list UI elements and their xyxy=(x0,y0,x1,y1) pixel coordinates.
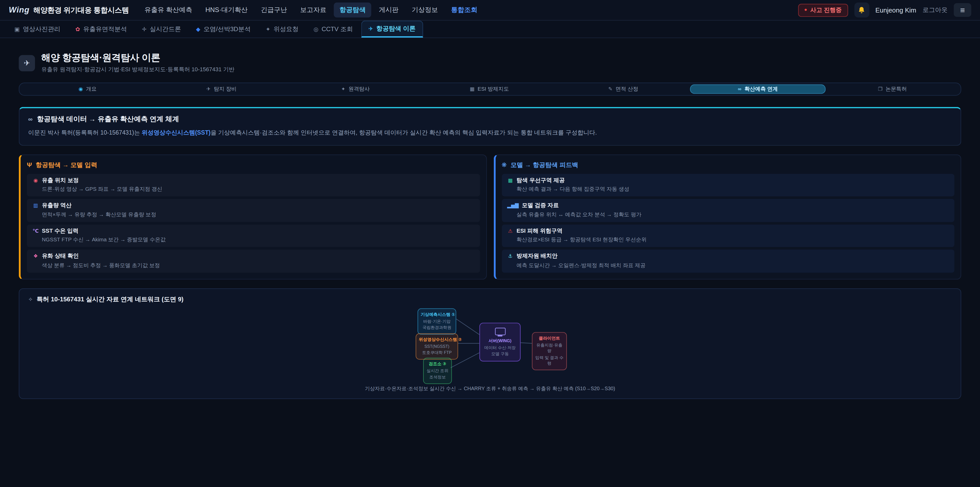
network-title-text: 특허 10-1567431 실시간 자료 연계 네트워크 (도면 9) xyxy=(37,295,183,303)
barrel-icon: ▥ xyxy=(32,203,38,208)
item-title: 모델 검증 자료 xyxy=(522,201,559,210)
list-item-resource-deployment: ⚓방제자원 배치안 예측 도달시간 → 오일펜스·방제정 최적 배치 좌표 제공 xyxy=(501,250,954,273)
wing-logo: Wing xyxy=(9,5,29,14)
subnav-tab-cctv[interactable]: ◎ CCTV 조회 xyxy=(307,21,360,38)
card-model-feedback-title: ❋ 모델 → 항공탐색 피드백 xyxy=(501,161,954,169)
nav-hns-air-diffusion[interactable]: HNS·대기확산 xyxy=(200,3,253,18)
page-title: 해양 항공탐색·원격탐사 이론 xyxy=(41,52,234,64)
subnav-label: CCTV 조회 xyxy=(321,25,353,34)
tab-label: 탐지 장비 xyxy=(214,85,237,93)
incident-badge-label: 사고 진행중 xyxy=(810,6,842,14)
intro-panel: ∞ 항공탐색 데이터 → 유출유 확산예측 연계 체계 이문진 박사 특허(등록… xyxy=(19,107,961,145)
section-tabbar: ◉ 개요 ✈ 탐지 장비 ✦ 원격탐사 ▦ ESI 방제지도 ✎ 면적 산정 ∞… xyxy=(19,83,961,96)
node-title: 검조소 ③ xyxy=(426,361,449,367)
list-item-emulsion-state: ❖유화 상태 확인 색상 분류 → 점도비 추정 → 풍화모델 초기값 보정 xyxy=(27,250,479,273)
subnav-label: 항공탐색 이론 xyxy=(376,24,415,33)
subnav-tab-3d-analysis[interactable]: ◆ 오염/선박3D분석 xyxy=(189,21,258,38)
subnav-tab-satellite-request[interactable]: ✦ 위성요청 xyxy=(259,21,305,38)
list-item-spill-location: ◉유출 위치 보정 드론·위성 영상 → GPS 좌표 → 모델 유출지점 갱신 xyxy=(27,174,479,196)
page-header-plane-icon: ✈ xyxy=(19,55,35,71)
flask-icon: ❖ xyxy=(32,253,38,259)
node-line: 토호쿠대학 FTP xyxy=(419,350,455,356)
tab-area-calculation[interactable]: ✎ 면적 산정 xyxy=(556,85,690,94)
app-brand[interactable]: Wing 해양환경 위기대응 통합시스템 xyxy=(9,5,129,15)
item-desc: 색상 분류 → 점도비 추정 → 풍화모델 초기값 보정 xyxy=(32,262,474,269)
item-title: 유출량 역산 xyxy=(42,201,72,210)
tab-label: 논문특허 xyxy=(886,85,907,93)
tab-remote-sensing[interactable]: ✦ 원격탐사 xyxy=(288,85,422,94)
node-title: 위성영상수신시스템 ② xyxy=(419,336,455,342)
incident-status-badge[interactable]: ● 사고 진행중 xyxy=(798,3,848,16)
node-line: 조석정보 xyxy=(426,374,449,380)
item-desc: NGSST FTP 수신 → Akima 보간 → 증발모델 수온값 xyxy=(32,236,474,244)
bar-chart-icon: ▂▅▇ xyxy=(507,203,519,208)
node-tide-station: 검조소 ③ 실시간 조위 조석정보 xyxy=(423,358,452,384)
tab-overview[interactable]: ◉ 개요 xyxy=(21,85,155,94)
logout-button[interactable]: 로그아웃 xyxy=(923,6,948,14)
intro-text-before: 이문진 박사 특허(등록특허 10-1567431)는 xyxy=(28,129,142,136)
compass-icon: ◉ xyxy=(79,86,83,92)
node-line: SST(NGSST) xyxy=(419,343,455,349)
node-title: 기상예측시스템 ① xyxy=(421,311,453,318)
nav-reports[interactable]: 보고자료 xyxy=(294,3,332,18)
intro-title: ∞ 항공탐색 데이터 → 유출유 확산예측 연계 체계 xyxy=(28,114,952,124)
page-header-text: 해양 항공탐색·원격탐사 이론 유출유 원격탐지·항공감시 기법·ESI 방제정… xyxy=(41,52,234,74)
subnav-label: 위성요청 xyxy=(274,25,299,34)
card-model-input: Ψ 항공탐색 → 모델 입력 ◉유출 위치 보정 드론·위성 영상 → GPS … xyxy=(19,154,487,279)
hamburger-menu-button[interactable]: ≡ xyxy=(954,3,971,17)
item-desc: 확산 예측 결과 → 다음 항해 집중구역 자동 생성 xyxy=(507,186,948,193)
node-line: 실시간 조위 xyxy=(426,367,449,374)
node-server-wing: 서버(WING) 데이터 수신·저장 모델 구동 xyxy=(479,323,520,361)
subnav-tab-image-management[interactable]: ▣ 영상사진관리 xyxy=(7,21,67,38)
item-desc: 확산경로×ESI 등급 → 항공탐색 ESI 현장확인 우선순위 xyxy=(507,236,948,244)
tab-label: ESI 방제지도 xyxy=(478,85,509,93)
node-line: 모델 구동 xyxy=(483,351,517,357)
page-header: ✈ 해양 항공탐색·원격탐사 이론 유출유 원격탐지·항공감시 기법·ESI 방… xyxy=(19,52,961,74)
topbar: Wing 해양환경 위기대응 통합시스템 유출유 확산예측 HNS·대기확산 긴… xyxy=(0,0,980,21)
user-name[interactable]: Eunjeong Kim xyxy=(875,6,916,14)
monitor-icon xyxy=(495,327,505,335)
item-title: 탐색 우선구역 제공 xyxy=(517,176,565,184)
tab-label: 면적 산정 xyxy=(616,85,638,93)
document-icon: ❐ xyxy=(878,86,883,92)
antenna-icon: Ψ xyxy=(27,161,32,168)
tab-esi-map[interactable]: ▦ ESI 방제지도 xyxy=(422,85,556,94)
map-icon: ▦ xyxy=(507,177,513,183)
card-title-text: 항공탐색 → 모델 입력 xyxy=(36,161,97,169)
subnav-label: 실시간드론 xyxy=(150,25,181,34)
satellite-icon: ✦ xyxy=(266,26,270,32)
ship-icon: ⚓ xyxy=(507,253,513,259)
camera-icon: ▣ xyxy=(14,26,20,32)
plane-icon: ✈ xyxy=(207,86,210,92)
nav-weather-info[interactable]: 기상정보 xyxy=(406,3,444,18)
tab-prediction-link[interactable]: ∞ 확산예측 연계 xyxy=(690,85,826,94)
intro-paragraph: 이문진 박사 특허(등록특허 10-1567431)는 위성영상수신시스템(SS… xyxy=(28,128,952,137)
nav-aerial-search[interactable]: 항공탐색 xyxy=(334,3,371,18)
subnav-tab-realtime-drone[interactable]: ✛ 실시간드론 xyxy=(135,21,188,38)
node-line: 바람·기온·기압 xyxy=(421,318,453,324)
tab-detection-equipment[interactable]: ✈ 탐지 장비 xyxy=(155,85,289,94)
cube-icon: ◆ xyxy=(196,26,200,32)
node-line: 데이터 수신·저장 xyxy=(483,345,517,350)
nav-emergency-rescue[interactable]: 긴급구난 xyxy=(255,3,293,18)
nav-oil-spill-prediction[interactable]: 유출유 확산예측 xyxy=(139,3,198,18)
item-desc: 면적×두께 → 유량 추정 → 확산모델 유출량 보정 xyxy=(32,211,474,219)
subnav-tab-aerial-search-theory[interactable]: ✈ 항공탐색 이론 xyxy=(361,21,423,38)
link-icon: ∞ xyxy=(28,116,32,123)
notifications-button[interactable] xyxy=(854,3,869,18)
tab-papers-patents[interactable]: ❐ 논문특허 xyxy=(825,85,959,94)
network-diagram: 기상예측시스템 ① 바람·기온·기압 국립환경과학원 위성영상수신시스템 ② S… xyxy=(28,305,952,381)
pencil-icon: ✎ xyxy=(608,86,612,92)
subnav-label: 유출유면적분석 xyxy=(83,25,127,34)
node-title: 서버(WING) xyxy=(483,338,517,344)
nav-integrated-search[interactable]: 통합조회 xyxy=(445,3,483,18)
nav-board[interactable]: 게시판 xyxy=(373,3,404,18)
sst-system-link[interactable]: 위성영상수신시스템(SST) xyxy=(142,129,210,136)
bell-icon xyxy=(858,6,865,14)
alert-icon: ⚠ xyxy=(507,228,513,234)
plane-icon: ✈ xyxy=(369,26,373,32)
list-item-spill-volume: ▥유출량 역산 면적×두께 → 유량 추정 → 확산모델 유출량 보정 xyxy=(27,199,479,222)
item-title: 유화 상태 확인 xyxy=(42,252,79,260)
list-item-sst-input: ℃SST 수온 입력 NGSST FTP 수신 → Akima 보간 → 증발모… xyxy=(27,224,479,247)
subnav-tab-oil-area-analysis[interactable]: ✿ 유출유면적분석 xyxy=(68,21,134,38)
